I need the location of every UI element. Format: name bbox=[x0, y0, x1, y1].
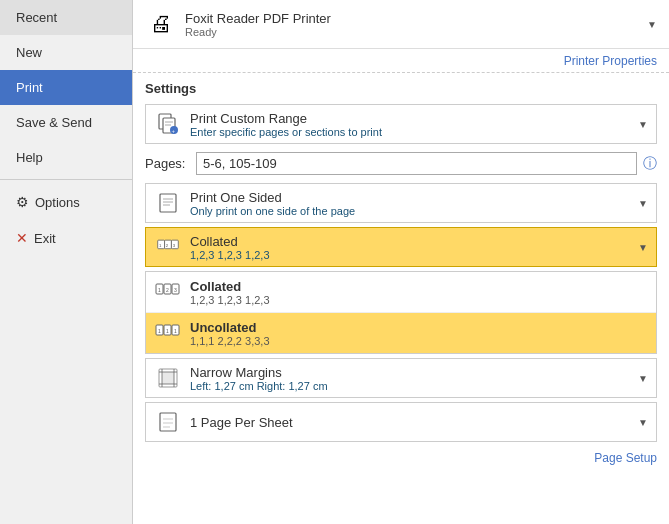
sidebar-item-print[interactable]: Print bbox=[0, 70, 132, 105]
printer-dropdown-arrow[interactable]: ▼ bbox=[647, 19, 657, 30]
custom-range-icon: + bbox=[154, 110, 182, 138]
per-sheet-title: 1 Page Per Sheet bbox=[190, 415, 638, 430]
svg-text:1: 1 bbox=[166, 328, 169, 334]
one-sided-title: Print One Sided bbox=[190, 190, 638, 205]
custom-range-title: Print Custom Range bbox=[190, 111, 638, 126]
per-sheet-icon bbox=[154, 408, 182, 436]
custom-range-text: Print Custom Range Enter specific pages … bbox=[190, 111, 638, 138]
margins-icon bbox=[154, 364, 182, 392]
collated-dropdown-options: 1 2 3 Collated 1,2,3 1,2,3 1,2,3 1 1 bbox=[145, 271, 657, 354]
svg-rect-34 bbox=[160, 413, 176, 431]
printer-properties-container: Printer Properties bbox=[133, 49, 669, 73]
svg-text:2: 2 bbox=[166, 287, 169, 293]
print-custom-range-dropdown[interactable]: + Print Custom Range Enter specific page… bbox=[145, 104, 657, 144]
custom-range-arrow: ▼ bbox=[638, 119, 648, 130]
per-sheet-text: 1 Page Per Sheet bbox=[190, 415, 638, 430]
svg-rect-6 bbox=[160, 194, 176, 212]
sidebar-item-new[interactable]: New bbox=[0, 35, 132, 70]
collated-icon: 1 2 3 bbox=[154, 233, 182, 261]
collated-option-subtitle: 1,2,3 1,2,3 1,2,3 bbox=[190, 294, 270, 306]
collated-option[interactable]: 1 2 3 Collated 1,2,3 1,2,3 1,2,3 bbox=[146, 272, 656, 313]
pages-info-icon[interactable]: ⓘ bbox=[643, 155, 657, 173]
page-setup-container: Page Setup bbox=[133, 446, 669, 469]
sidebar-item-recent[interactable]: Recent bbox=[0, 0, 132, 35]
margins-subtitle: Left: 1,27 cm Right: 1,27 cm bbox=[190, 380, 638, 392]
per-sheet-arrow: ▼ bbox=[638, 417, 648, 428]
sidebar: Recent New Print Save & Send Help ⚙ Opti… bbox=[0, 0, 133, 524]
collated-option-icon: 1 2 3 bbox=[154, 278, 182, 306]
uncollated-option-title: Uncollated bbox=[190, 320, 270, 335]
per-sheet-dropdown[interactable]: 1 Page Per Sheet ▼ bbox=[145, 402, 657, 442]
printer-info: Foxit Reader PDF Printer Ready bbox=[185, 11, 639, 38]
sidebar-item-save-send[interactable]: Save & Send bbox=[0, 105, 132, 140]
sidebar-item-options[interactable]: ⚙ Options bbox=[0, 184, 132, 220]
one-sided-icon bbox=[154, 189, 182, 217]
exit-icon: ✕ bbox=[16, 230, 28, 246]
uncollated-option-subtitle: 1,1,1 2,2,2 3,3,3 bbox=[190, 335, 270, 347]
pages-label: Pages: bbox=[145, 156, 190, 171]
svg-text:3: 3 bbox=[174, 287, 177, 293]
pages-input[interactable] bbox=[196, 152, 637, 175]
sidebar-item-label: Exit bbox=[34, 231, 56, 246]
sidebar-item-label: Save & Send bbox=[16, 115, 92, 130]
collated-header-text: Collated 1,2,3 1,2,3 1,2,3 bbox=[190, 234, 638, 261]
margins-title: Narrow Margins bbox=[190, 365, 638, 380]
svg-text:1: 1 bbox=[158, 328, 161, 334]
printer-section: 🖨 Foxit Reader PDF Printer Ready ▼ bbox=[133, 0, 669, 49]
margins-text: Narrow Margins Left: 1,27 cm Right: 1,27… bbox=[190, 365, 638, 392]
one-sided-text: Print One Sided Only print on one side o… bbox=[190, 190, 638, 217]
printer-properties-link[interactable]: Printer Properties bbox=[564, 54, 657, 68]
svg-text:+: + bbox=[172, 128, 176, 134]
margins-dropdown[interactable]: Narrow Margins Left: 1,27 cm Right: 1,27… bbox=[145, 358, 657, 398]
sidebar-item-help[interactable]: Help bbox=[0, 140, 132, 175]
page-setup-link[interactable]: Page Setup bbox=[594, 451, 657, 465]
collated-arrow: ▼ bbox=[638, 242, 648, 253]
custom-range-subtitle: Enter specific pages or sections to prin… bbox=[190, 126, 638, 138]
sidebar-item-label: Help bbox=[16, 150, 43, 165]
svg-text:1: 1 bbox=[158, 287, 161, 293]
settings-label: Settings bbox=[133, 73, 669, 100]
main-content: 🖨 Foxit Reader PDF Printer Ready ▼ Print… bbox=[133, 0, 669, 524]
svg-rect-29 bbox=[162, 372, 174, 384]
gear-icon: ⚙ bbox=[16, 194, 29, 210]
sidebar-item-label: Options bbox=[35, 195, 80, 210]
collated-option-title: Collated bbox=[190, 279, 270, 294]
uncollated-option[interactable]: 1 1 1 Uncollated 1,1,1 2,2,2 3,3,3 bbox=[146, 313, 656, 353]
sidebar-item-exit[interactable]: ✕ Exit bbox=[0, 220, 132, 256]
collated-dropdown-header[interactable]: 1 2 3 Collated 1,2,3 1,2,3 1,2,3 ▼ bbox=[145, 227, 657, 267]
printer-name: Foxit Reader PDF Printer bbox=[185, 11, 639, 26]
one-sided-subtitle: Only print on one side of the page bbox=[190, 205, 638, 217]
margins-arrow: ▼ bbox=[638, 373, 648, 384]
collated-option-text: Collated 1,2,3 1,2,3 1,2,3 bbox=[190, 279, 270, 306]
svg-text:1: 1 bbox=[174, 328, 177, 334]
pages-row: Pages: ⓘ bbox=[133, 148, 669, 179]
collated-header-title: Collated bbox=[190, 234, 638, 249]
sidebar-divider bbox=[0, 179, 132, 180]
uncollated-option-text: Uncollated 1,1,1 2,2,2 3,3,3 bbox=[190, 320, 270, 347]
collated-header-subtitle: 1,2,3 1,2,3 1,2,3 bbox=[190, 249, 638, 261]
one-sided-arrow: ▼ bbox=[638, 198, 648, 209]
sidebar-item-label: Print bbox=[16, 80, 43, 95]
printer-status: Ready bbox=[185, 26, 639, 38]
one-sided-dropdown[interactable]: Print One Sided Only print on one side o… bbox=[145, 183, 657, 223]
sidebar-item-label: New bbox=[16, 45, 42, 60]
uncollated-option-icon: 1 1 1 bbox=[154, 319, 182, 347]
sidebar-item-label: Recent bbox=[16, 10, 57, 25]
printer-icon: 🖨 bbox=[145, 8, 177, 40]
